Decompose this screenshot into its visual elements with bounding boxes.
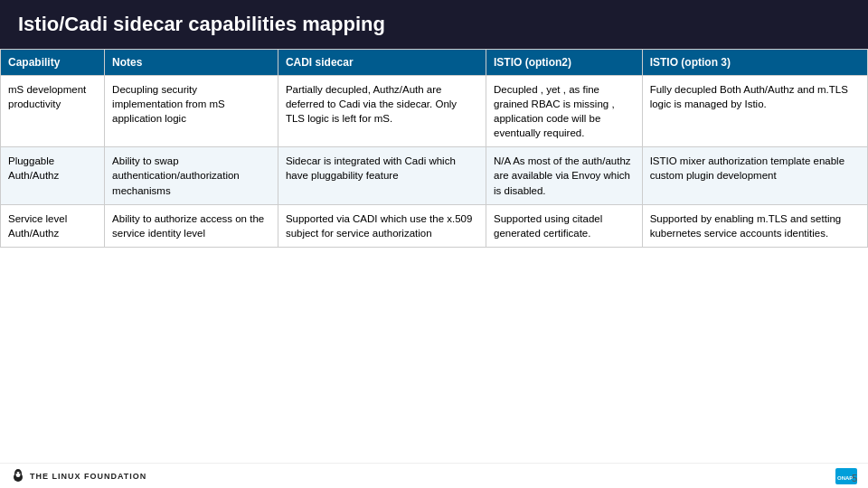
- col-header-capability: Capability: [1, 50, 105, 76]
- col-header-opt2: ISTIO (option2): [486, 50, 643, 76]
- cell-notes-2: Ability to authorize access on the servi…: [105, 204, 278, 247]
- page-number: 5: [852, 473, 857, 483]
- cell-cadi-1: Sidecar is integrated with Cadi which ha…: [278, 147, 486, 204]
- linux-label: THE LINUX FOUNDATION: [30, 472, 146, 481]
- cell-capability-0: mS development productivity: [1, 76, 105, 147]
- cell-notes-1: Ability to swap authentication/authoriza…: [105, 147, 278, 204]
- cell-opt3-1: ISTIO mixer authorization template enabl…: [642, 147, 867, 204]
- table-row: Pluggable Auth/AuthzAbility to swap auth…: [1, 147, 868, 204]
- col-header-notes: Notes: [105, 50, 278, 76]
- cell-opt3-2: Supported by enabling m.TLS and setting …: [642, 204, 867, 247]
- cell-cadi-0: Partially decupled, Authz/Auth are defer…: [278, 76, 486, 147]
- col-header-opt3: ISTIO (option 3): [642, 50, 867, 76]
- cell-capability-2: Service level Auth/Authz: [1, 204, 105, 247]
- svg-text:ONAP: ONAP: [837, 475, 853, 481]
- footer-left: THE LINUX FOUNDATION: [11, 469, 146, 483]
- cell-opt2-0: Decupled , yet , as fine grained RBAC is…: [486, 76, 643, 147]
- table-row: mS development productivityDecupling sec…: [1, 76, 868, 147]
- table-wrapper: Capability Notes CADI sidecar ISTIO (opt…: [0, 49, 868, 248]
- footer: THE LINUX FOUNDATION ONAP: [0, 463, 868, 488]
- svg-point-4: [19, 472, 20, 473]
- cell-capability-1: Pluggable Auth/Authz: [1, 147, 105, 204]
- linux-penguin-icon: [11, 469, 25, 483]
- cell-opt2-2: Supported using citadel generated certif…: [486, 204, 643, 247]
- cell-cadi-2: Supported via CADI which use the x.509 s…: [278, 204, 486, 247]
- cell-notes-0: Decupling security implementation from m…: [105, 76, 278, 147]
- page-title: Istio/Cadi sidecar capabilities mapping: [18, 13, 385, 35]
- col-header-cadi: CADI sidecar: [278, 50, 486, 76]
- header: Istio/Cadi sidecar capabilities mapping: [0, 0, 868, 49]
- svg-point-3: [16, 472, 17, 473]
- cell-opt3-0: Fully decupled Both Auth/Authz and m.TLS…: [642, 76, 867, 147]
- capabilities-table: Capability Notes CADI sidecar ISTIO (opt…: [0, 49, 868, 248]
- table-row: Service level Auth/AuthzAbility to autho…: [1, 204, 868, 247]
- cell-opt2-1: N/A As most of the auth/authz are availa…: [486, 147, 643, 204]
